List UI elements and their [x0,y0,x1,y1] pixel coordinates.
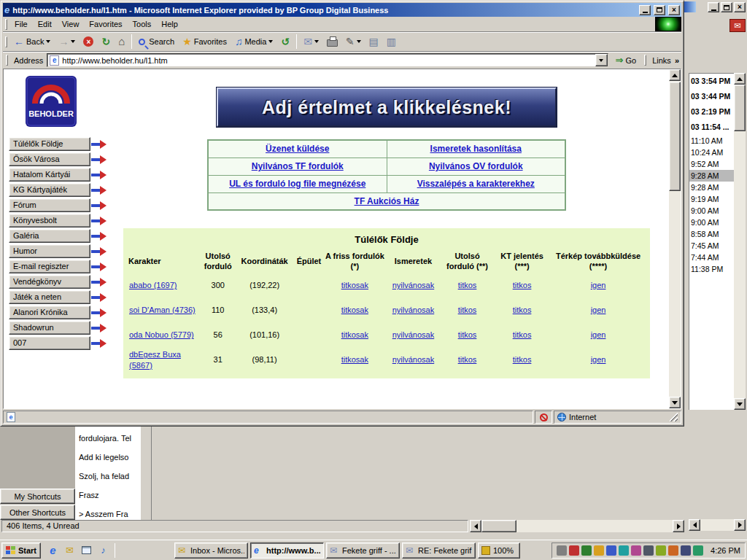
cell-link[interactable]: titkos [513,355,532,364]
home-button[interactable]: ⌂ [115,34,128,50]
cell-link[interactable]: nyilvánosak [392,330,434,339]
media-player-icon[interactable]: ♪ [96,542,111,558]
cell-link[interactable]: titkosak [341,330,368,339]
preview-line[interactable]: Szolj, ha felad [79,467,140,486]
list-item[interactable]: 9:28 AM [689,182,734,193]
scrollbar-horizontal[interactable] [689,519,746,531]
character-link[interactable]: soi D'Aman (4736) [129,306,196,314]
list-item[interactable]: 9:00 AM [689,205,734,217]
other-shortcuts-button[interactable]: Other Shortcuts [0,505,75,520]
my-shortcuts-button[interactable]: My Shortcuts [0,489,75,504]
list-item[interactable]: 11:38 PM [689,263,734,275]
cell-link[interactable]: titkos [513,330,532,339]
go-button[interactable]: ⇒ Go [612,52,640,69]
character-link[interactable]: dbEgesz Buxa (5867) [129,350,181,369]
cell-link[interactable]: titkosak [341,281,368,289]
titlebar[interactable]: e http://www.beholder.hu/l1.htm - Micros… [3,3,681,17]
sidebar-item[interactable]: Ősök Városa [9,152,90,166]
forward-dropdown-icon[interactable] [71,40,75,45]
sidebar-item[interactable]: Játék a neten [9,290,90,304]
show-desktop-icon[interactable] [79,542,94,558]
preview-line[interactable]: fordulojara. Tel [79,429,140,448]
address-url[interactable]: http://www.beholder.hu/l1.htm [62,56,167,65]
tray-icon[interactable] [631,545,641,556]
scroll-left-icon[interactable] [470,520,481,532]
links-label[interactable]: Links [652,56,671,65]
taskbar-task-browser[interactable]: e http://www.b... [250,542,324,559]
sidebar-item[interactable]: Fórum [9,198,90,212]
sidebar-item[interactable]: Vendégkönyv [9,275,90,289]
quicklink[interactable]: UL és forduló log file megnézése [229,179,365,189]
quicklink[interactable]: Üzenet küldése [266,144,329,154]
sidebar-item[interactable]: Humor [9,244,90,258]
list-item[interactable]: 03 3:44 PM [689,89,734,104]
toolbar-grip[interactable] [6,55,8,66]
preview-line[interactable]: Frasz [79,486,140,505]
menu-edit[interactable]: Edit [33,18,57,31]
cell-link[interactable]: titkosak [341,306,368,314]
sidebar-item[interactable]: Shadowrun [9,321,90,335]
sidebar-item[interactable]: Túlélők Földje [9,137,90,151]
cell-link[interactable]: titkos [513,306,532,314]
list-item-selected[interactable]: 9:28 AM [689,170,734,182]
cell-link[interactable]: nyilvánosak [392,281,434,289]
refresh-button[interactable]: ↻ [98,34,114,50]
list-item[interactable]: 7:45 AM [689,240,734,252]
preview-line[interactable]: > Asszem Fra [79,505,140,520]
cell-link[interactable]: igen [591,330,606,339]
taskbar-task-zoom[interactable]: 100% [478,542,520,559]
sidebar-item[interactable]: E-mail regiszter [9,260,90,273]
maximize-button[interactable] [654,5,665,15]
quicklink[interactable]: Nyilvános TF fordulók [252,161,344,171]
cell-link[interactable]: titkos [458,330,477,339]
minimize-button[interactable] [708,2,719,12]
address-input[interactable]: e http://www.beholder.hu/l1.htm [47,53,608,67]
sidebar-item[interactable]: Alanori Krónika [9,306,90,319]
quicklink[interactable]: TF Aukciós Ház [355,196,419,206]
menu-favorites[interactable]: Favorites [84,18,127,31]
scrollbar-vertical[interactable] [669,69,681,408]
scroll-down-icon[interactable] [734,398,746,410]
tray-icon[interactable] [656,545,666,556]
sidebar-item[interactable]: Könyvesbolt [9,214,90,228]
sidebar-item[interactable]: KG Kártyajáték [9,183,90,197]
cell-link[interactable]: nyilvánosak [392,306,434,314]
outlook-quicklaunch-icon[interactable]: ✉ [62,542,77,558]
list-item[interactable]: 9:00 AM [689,217,734,228]
tray-icon[interactable] [643,545,654,556]
links-chevron-icon[interactable]: » [675,56,679,65]
cell-link[interactable]: igen [591,355,606,364]
close-button[interactable]: × [734,2,746,12]
taskbar-task-message2[interactable]: ✉ RE: Fekete grif... [402,542,476,559]
cell-link[interactable]: titkos [458,306,477,314]
discuss-button[interactable]: ▤ [365,34,382,50]
tray-icon[interactable] [581,545,592,556]
cell-link[interactable]: titkos [458,281,477,289]
pane-divider[interactable] [140,427,152,520]
close-button[interactable]: × [668,5,680,15]
character-link[interactable]: ababo (1697) [129,281,177,289]
sidebar-item[interactable]: Galéria [9,229,90,243]
taskbar-task-inbox[interactable]: ✉ Inbox - Micros... [174,542,248,559]
forward-button[interactable]: → [55,34,79,50]
list-item[interactable]: 03 11:54 ... [689,120,734,135]
scroll-up-icon[interactable] [669,69,681,81]
menu-help[interactable]: Help [156,18,183,31]
favorites-button[interactable]: ★ Favorites [179,34,231,50]
tray-icon[interactable] [557,545,567,556]
history-button[interactable]: ↺ [277,34,293,50]
sidebar-item[interactable]: Hatalom Kártyái [9,168,90,182]
list-item[interactable]: 9:19 AM [689,193,734,205]
list-item[interactable]: 03 2:19 PM [689,104,734,120]
list-item[interactable]: 8:58 AM [689,228,734,240]
ad-banner[interactable]: Adj értelmet a klikkelésnek! [217,88,557,127]
scroll-right-icon[interactable] [734,519,746,531]
cell-link[interactable]: titkosak [341,355,368,364]
scrollbar-vertical[interactable] [734,73,746,410]
cell-link[interactable]: titkos [458,355,477,364]
mail-dropdown-icon[interactable] [314,40,319,45]
cell-link[interactable]: nyilvánosak [392,355,434,364]
minimize-button[interactable] [639,5,651,15]
scrollbar-thumb[interactable] [669,82,681,191]
list-item[interactable]: 03 3:54 PM [689,74,734,89]
